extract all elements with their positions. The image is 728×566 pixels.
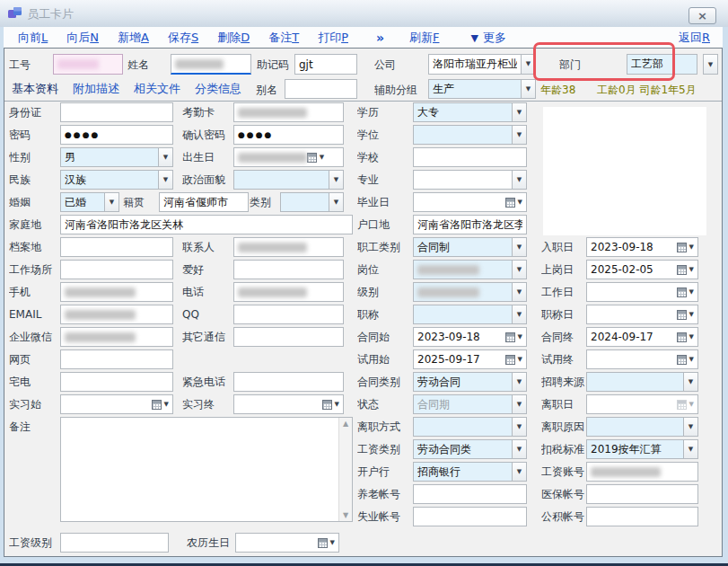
calendar-icon[interactable]	[677, 332, 687, 342]
toolbar-refresh[interactable]: 刷新F	[409, 30, 439, 46]
close-button[interactable]: ×	[689, 7, 716, 24]
leave-method-field[interactable]: ▼	[413, 417, 527, 437]
calendar-icon[interactable]	[677, 310, 687, 320]
aux-group-field[interactable]: 生产▼	[428, 79, 536, 99]
calendar-icon[interactable]	[152, 400, 162, 410]
dropdown-arrow-icon[interactable]: ▼	[512, 238, 526, 256]
native-place-field[interactable]: 河南省偃师市	[159, 192, 249, 212]
dropdown-arrow-icon[interactable]: ▼	[689, 266, 694, 273]
toolbar-删除[interactable]: 删除D	[217, 30, 250, 46]
attendance-card-field[interactable]	[233, 102, 344, 122]
fund-account-field[interactable]	[586, 507, 698, 526]
toolbar-more-chevrons-icon[interactable]: »	[376, 31, 384, 45]
employee-name-field[interactable]	[171, 54, 251, 75]
home-address-field[interactable]: 河南省洛阳市洛龙区关林	[60, 215, 353, 234]
dropdown-arrow-icon[interactable]: ▼	[518, 356, 522, 363]
dropdown-arrow-icon[interactable]: ▼	[512, 373, 526, 391]
birth-date-field[interactable]: ▼	[233, 147, 344, 167]
onboard-date-field[interactable]: 2025-02-05▼	[586, 260, 698, 279]
dropdown-arrow-icon[interactable]: ▼	[512, 171, 526, 189]
contact-person-field[interactable]	[233, 237, 344, 257]
confirm-password-field[interactable]: ●●●●	[233, 125, 344, 145]
dropdown-arrow-icon[interactable]: ▼	[518, 199, 522, 206]
dropdown-arrow-icon[interactable]: ▼	[158, 148, 172, 166]
mobile-field[interactable]	[60, 282, 173, 302]
calendar-icon[interactable]	[505, 332, 515, 342]
degree-field[interactable]: ▼	[413, 125, 527, 145]
dropdown-arrow-icon[interactable]: ▼	[512, 305, 526, 323]
school-field[interactable]	[413, 147, 527, 167]
dropdown-arrow-icon[interactable]: ▼	[689, 311, 694, 318]
title-bar[interactable]: 员工卡片 ×	[0, 0, 728, 27]
dropdown-arrow-icon[interactable]: ▼	[512, 463, 526, 481]
work-date-field[interactable]: ▼	[586, 282, 698, 302]
bank-field[interactable]: 招商银行▼	[413, 462, 527, 482]
dropdown-arrow-icon[interactable]: ▼	[512, 440, 526, 458]
dropdown-arrow-icon[interactable]: ▼	[512, 126, 526, 144]
calendar-icon[interactable]	[505, 355, 515, 365]
toolbar-more[interactable]: ▼更多	[471, 30, 506, 46]
alias-field[interactable]	[285, 79, 357, 99]
lunar-birthday-field[interactable]: ▼	[235, 533, 339, 553]
ethnicity-field[interactable]: 汉族▼	[60, 170, 173, 190]
dropdown-arrow-icon[interactable]: ▼	[689, 333, 694, 340]
employee-no-field[interactable]	[53, 54, 123, 75]
category-field[interactable]: ▼	[280, 192, 344, 212]
contract-start-field[interactable]: 2023-09-18▼	[413, 327, 527, 347]
title-date-field[interactable]: ▼	[586, 305, 698, 324]
archive-place-field[interactable]	[60, 237, 173, 257]
calendar-icon[interactable]	[307, 153, 317, 163]
company-field[interactable]: 洛阳市瑞亚丹柜业有▼	[428, 54, 536, 75]
dropdown-arrow-icon[interactable]: ▼	[683, 373, 697, 391]
dropdown-arrow-icon[interactable]: ▼	[335, 401, 339, 408]
wecom-field[interactable]	[60, 327, 173, 347]
dropdown-arrow-icon[interactable]: ▼	[703, 54, 718, 75]
dropdown-arrow-icon[interactable]: ▼	[329, 171, 343, 189]
department-field[interactable]: 工艺部	[627, 54, 697, 75]
dropdown-arrow-icon[interactable]: ▼	[521, 55, 535, 74]
calendar-icon[interactable]	[677, 265, 687, 275]
scroll-down-icon[interactable]: ▼	[339, 511, 352, 519]
other-contact-field[interactable]	[233, 327, 344, 347]
major-field[interactable]: ▼	[413, 170, 527, 190]
pension-account-field[interactable]	[413, 484, 527, 504]
unemployment-account-field[interactable]	[413, 507, 527, 526]
probation-end-field[interactable]: ▼	[586, 349, 698, 369]
webpage-field[interactable]	[60, 349, 173, 369]
recruit-source-field[interactable]: ▼	[586, 372, 698, 392]
toolbar-新增[interactable]: 新增A	[118, 30, 149, 46]
toolbar-back[interactable]: 返回R	[679, 30, 710, 46]
calendar-icon[interactable]	[318, 538, 328, 548]
graduation-date-field[interactable]: ▼	[413, 192, 527, 212]
dropdown-arrow-icon[interactable]: ▼	[689, 356, 694, 363]
toolbar-打印[interactable]: 打印P	[318, 30, 348, 46]
leave-date-field[interactable]: ▼	[586, 394, 698, 414]
scroll-up-icon[interactable]: ▲	[339, 420, 352, 428]
dropdown-arrow-icon[interactable]: ▼	[689, 288, 694, 296]
education-field[interactable]: 大专▼	[413, 102, 527, 122]
employee-type-field[interactable]: 合同制▼	[413, 237, 527, 257]
gender-field[interactable]: 男▼	[60, 147, 173, 167]
marital-status-field[interactable]: 已婚▼	[60, 192, 119, 212]
calendar-icon[interactable]	[677, 400, 687, 410]
salary-type-field[interactable]: 劳动合同类▼	[413, 439, 527, 459]
dropdown-arrow-icon[interactable]: ▼	[683, 440, 697, 458]
dropdown-arrow-icon[interactable]: ▼	[104, 193, 118, 211]
toolbar-向后[interactable]: 向后N	[66, 30, 99, 46]
contract-type-field[interactable]: 劳动合同▼	[413, 372, 527, 392]
dropdown-arrow-icon[interactable]: ▼	[512, 283, 526, 301]
salary-account-field[interactable]	[586, 462, 698, 482]
calendar-icon[interactable]	[677, 287, 687, 297]
phone-field[interactable]	[233, 282, 344, 302]
toolbar-备注[interactable]: 备注T	[268, 30, 299, 46]
internship-end-field[interactable]: ▼	[233, 394, 344, 414]
tab-附加描述[interactable]: 附加描述	[73, 81, 119, 97]
internship-start-field[interactable]: ▼	[60, 394, 173, 414]
dropdown-arrow-icon[interactable]: ▼	[518, 333, 522, 340]
political-status-field[interactable]: ▼	[233, 170, 344, 190]
id-card-field[interactable]	[60, 102, 173, 122]
hobby-field[interactable]	[233, 260, 344, 279]
tab-基本资料[interactable]: 基本资料	[12, 81, 58, 97]
dropdown-arrow-icon[interactable]: ▼	[512, 261, 526, 279]
dropdown-arrow-icon[interactable]: ▼	[512, 395, 526, 413]
